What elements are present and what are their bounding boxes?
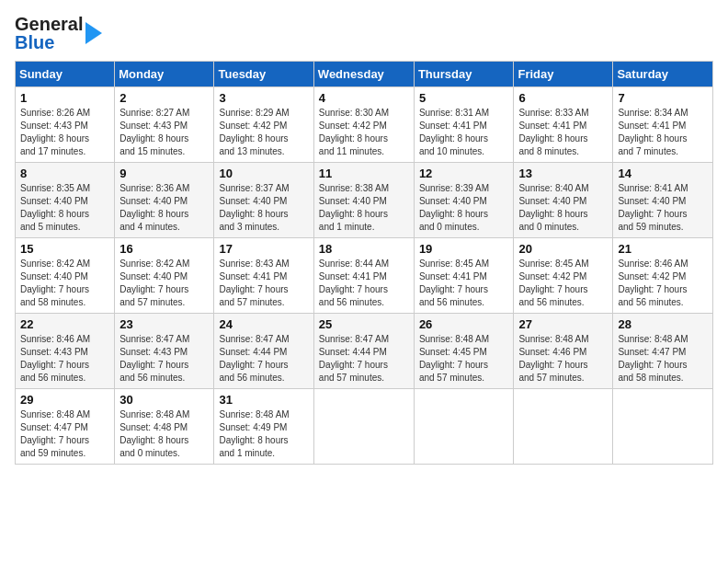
calendar-cell [313,389,414,465]
day-number: 12 [419,167,509,180]
calendar-body: 1Sunrise: 8:26 AM Sunset: 4:43 PM Daylig… [16,87,713,465]
day-info: Sunrise: 8:46 AM Sunset: 4:43 PM Dayligh… [20,333,109,385]
calendar-cell: 3Sunrise: 8:29 AM Sunset: 4:42 PM Daylig… [214,87,313,163]
day-info: Sunrise: 8:31 AM Sunset: 4:41 PM Dayligh… [419,107,509,158]
calendar-cell: 5Sunrise: 8:31 AM Sunset: 4:41 PM Daylig… [414,87,514,163]
day-info: Sunrise: 8:48 AM Sunset: 4:47 PM Dayligh… [618,333,708,385]
calendar-cell: 18Sunrise: 8:44 AM Sunset: 4:41 PM Dayli… [313,238,414,314]
weekday-header-friday: Friday [514,62,613,87]
day-info: Sunrise: 8:48 AM Sunset: 4:45 PM Dayligh… [419,333,509,385]
day-number: 8 [20,167,109,180]
calendar-cell: 16Sunrise: 8:42 AM Sunset: 4:40 PM Dayli… [115,238,214,314]
calendar-cell: 31Sunrise: 8:48 AM Sunset: 4:49 PM Dayli… [214,389,313,465]
day-number: 23 [119,317,209,331]
day-number: 2 [119,91,209,105]
day-info: Sunrise: 8:47 AM Sunset: 4:44 PM Dayligh… [319,333,409,385]
weekday-header-sunday: Sunday [16,62,115,87]
day-info: Sunrise: 8:46 AM Sunset: 4:42 PM Dayligh… [618,258,708,309]
day-info: Sunrise: 8:33 AM Sunset: 4:41 PM Dayligh… [518,107,608,158]
logo-blue-text: Blue [15,33,83,52]
day-info: Sunrise: 8:40 AM Sunset: 4:40 PM Dayligh… [518,182,608,234]
calendar-cell [514,389,613,465]
day-info: Sunrise: 8:45 AM Sunset: 4:42 PM Dayligh… [518,258,608,309]
day-number: 17 [219,242,308,256]
day-info: Sunrise: 8:37 AM Sunset: 4:40 PM Dayligh… [219,182,308,234]
day-info: Sunrise: 8:29 AM Sunset: 4:42 PM Dayligh… [219,107,308,158]
weekday-header-wednesday: Wednesday [313,62,414,87]
day-number: 6 [518,91,608,105]
day-info: Sunrise: 8:34 AM Sunset: 4:41 PM Dayligh… [618,107,708,158]
calendar-cell: 20Sunrise: 8:45 AM Sunset: 4:42 PM Dayli… [514,238,613,314]
day-number: 1 [20,91,109,105]
day-info: Sunrise: 8:47 AM Sunset: 4:44 PM Dayligh… [219,333,308,385]
day-number: 9 [119,167,209,180]
day-number: 5 [419,91,509,105]
calendar-cell: 4Sunrise: 8:30 AM Sunset: 4:42 PM Daylig… [313,87,414,163]
day-number: 21 [618,242,708,256]
day-info: Sunrise: 8:43 AM Sunset: 4:41 PM Dayligh… [219,258,308,309]
day-info: Sunrise: 8:41 AM Sunset: 4:40 PM Dayligh… [618,182,708,234]
day-number: 27 [518,317,608,331]
logo-area: General Blue [15,15,102,52]
weekday-header-row: SundayMondayTuesdayWednesdayThursdayFrid… [16,62,713,87]
calendar-cell: 7Sunrise: 8:34 AM Sunset: 4:41 PM Daylig… [613,87,713,163]
day-info: Sunrise: 8:42 AM Sunset: 4:40 PM Dayligh… [20,258,109,309]
calendar-cell: 9Sunrise: 8:36 AM Sunset: 4:40 PM Daylig… [115,163,214,238]
calendar-cell [414,389,514,465]
calendar-week-row: 1Sunrise: 8:26 AM Sunset: 4:43 PM Daylig… [16,87,713,163]
weekday-header-tuesday: Tuesday [214,62,313,87]
calendar-cell: 14Sunrise: 8:41 AM Sunset: 4:40 PM Dayli… [613,163,713,238]
day-info: Sunrise: 8:48 AM Sunset: 4:49 PM Dayligh… [219,408,308,460]
day-info: Sunrise: 8:39 AM Sunset: 4:40 PM Dayligh… [419,182,509,234]
calendar-cell: 24Sunrise: 8:47 AM Sunset: 4:44 PM Dayli… [214,314,313,389]
day-number: 4 [319,91,409,105]
day-number: 18 [319,242,409,256]
weekday-header-saturday: Saturday [613,62,713,87]
logo-general-text: General [15,15,83,33]
day-info: Sunrise: 8:44 AM Sunset: 4:41 PM Dayligh… [319,258,409,309]
day-info: Sunrise: 8:45 AM Sunset: 4:41 PM Dayligh… [419,258,509,309]
day-info: Sunrise: 8:30 AM Sunset: 4:42 PM Dayligh… [319,107,409,158]
calendar-cell: 27Sunrise: 8:48 AM Sunset: 4:46 PM Dayli… [514,314,613,389]
day-info: Sunrise: 8:48 AM Sunset: 4:46 PM Dayligh… [518,333,608,385]
day-number: 19 [419,242,509,256]
day-number: 7 [618,91,708,105]
calendar-cell: 25Sunrise: 8:47 AM Sunset: 4:44 PM Dayli… [313,314,414,389]
calendar-cell: 11Sunrise: 8:38 AM Sunset: 4:40 PM Dayli… [313,163,414,238]
day-info: Sunrise: 8:48 AM Sunset: 4:47 PM Dayligh… [20,408,109,460]
day-number: 20 [518,242,608,256]
day-number: 24 [219,317,308,331]
calendar-week-row: 29Sunrise: 8:48 AM Sunset: 4:47 PM Dayli… [16,389,713,465]
calendar-cell: 22Sunrise: 8:46 AM Sunset: 4:43 PM Dayli… [16,314,115,389]
calendar-cell: 19Sunrise: 8:45 AM Sunset: 4:41 PM Dayli… [414,238,514,314]
day-info: Sunrise: 8:35 AM Sunset: 4:40 PM Dayligh… [20,182,109,234]
calendar-cell [613,389,713,465]
day-info: Sunrise: 8:42 AM Sunset: 4:40 PM Dayligh… [119,258,209,309]
day-number: 30 [119,393,209,407]
day-info: Sunrise: 8:38 AM Sunset: 4:40 PM Dayligh… [319,182,409,234]
day-number: 11 [319,167,409,180]
day-number: 31 [219,393,308,407]
weekday-header-thursday: Thursday [414,62,514,87]
calendar-cell: 12Sunrise: 8:39 AM Sunset: 4:40 PM Dayli… [414,163,514,238]
weekday-header-monday: Monday [115,62,214,87]
calendar-cell: 23Sunrise: 8:47 AM Sunset: 4:43 PM Dayli… [115,314,214,389]
calendar-cell: 29Sunrise: 8:48 AM Sunset: 4:47 PM Dayli… [16,389,115,465]
calendar-cell: 1Sunrise: 8:26 AM Sunset: 4:43 PM Daylig… [16,87,115,163]
calendar-week-row: 22Sunrise: 8:46 AM Sunset: 4:43 PM Dayli… [16,314,713,389]
calendar-cell: 8Sunrise: 8:35 AM Sunset: 4:40 PM Daylig… [16,163,115,238]
day-number: 13 [518,167,608,180]
calendar-cell: 13Sunrise: 8:40 AM Sunset: 4:40 PM Dayli… [514,163,613,238]
day-number: 3 [219,91,308,105]
day-number: 25 [319,317,409,331]
page-header: General Blue [15,15,713,52]
calendar-cell: 28Sunrise: 8:48 AM Sunset: 4:47 PM Dayli… [613,314,713,389]
calendar-table: SundayMondayTuesdayWednesdayThursdayFrid… [15,61,713,465]
calendar-cell: 17Sunrise: 8:43 AM Sunset: 4:41 PM Dayli… [214,238,313,314]
calendar-week-row: 8Sunrise: 8:35 AM Sunset: 4:40 PM Daylig… [16,163,713,238]
day-info: Sunrise: 8:47 AM Sunset: 4:43 PM Dayligh… [119,333,209,385]
day-number: 15 [20,242,109,256]
calendar-cell: 15Sunrise: 8:42 AM Sunset: 4:40 PM Dayli… [16,238,115,314]
day-info: Sunrise: 8:27 AM Sunset: 4:43 PM Dayligh… [119,107,209,158]
calendar-cell: 26Sunrise: 8:48 AM Sunset: 4:45 PM Dayli… [414,314,514,389]
